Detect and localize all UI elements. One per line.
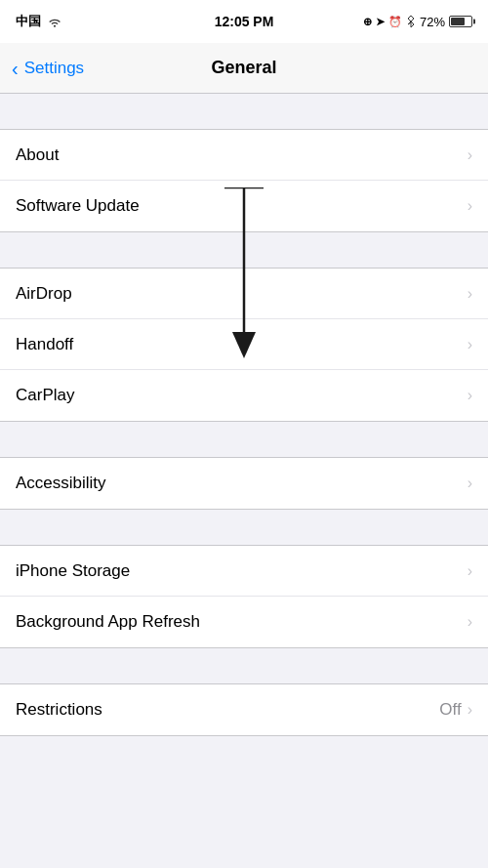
restrictions-row[interactable]: Restrictions Off ›: [0, 684, 488, 735]
back-button[interactable]: ‹ Settings: [12, 59, 84, 78]
background-refresh-label: Background App Refresh: [16, 612, 200, 632]
spacer-3: [0, 422, 488, 457]
handoff-right: ›: [468, 336, 472, 353]
carplay-chevron-icon: ›: [468, 387, 472, 404]
carplay-label: CarPlay: [16, 386, 74, 405]
status-bar: 中国 12:05 PM ⊕ ➤ ⏰ 72%: [0, 0, 488, 43]
settings-content: About › Software Update › AirDrop › Hand…: [0, 94, 488, 868]
software-update-right: ›: [468, 197, 472, 215]
background-refresh-chevron-icon: ›: [468, 613, 472, 631]
status-time: 12:05 PM: [215, 14, 274, 29]
accessibility-label: Accessibility: [16, 474, 106, 493]
software-update-row[interactable]: Software Update ›: [0, 181, 488, 231]
spacer-bottom: [0, 736, 488, 771]
spacer-5: [0, 648, 488, 683]
handoff-chevron-icon: ›: [468, 336, 472, 353]
spacer-2: [0, 232, 488, 268]
restrictions-value: Off: [439, 700, 461, 720]
section-connectivity: AirDrop › Handoff › CarPlay ›: [0, 268, 488, 422]
software-update-label: Software Update: [16, 196, 140, 216]
back-label: Settings: [24, 59, 84, 78]
airdrop-row[interactable]: AirDrop ›: [0, 269, 488, 319]
airdrop-label: AirDrop: [16, 284, 72, 304]
nav-bar: ‹ Settings General: [0, 43, 488, 94]
background-refresh-row[interactable]: Background App Refresh ›: [0, 597, 488, 647]
iphone-storage-label: iPhone Storage: [16, 561, 130, 581]
compass-icon: ➤: [376, 16, 385, 28]
about-row[interactable]: About ›: [0, 130, 488, 181]
iphone-storage-row[interactable]: iPhone Storage ›: [0, 546, 488, 597]
accessibility-chevron-icon: ›: [468, 475, 472, 492]
carrier-text: 中国: [16, 13, 41, 30]
handoff-row[interactable]: Handoff ›: [0, 319, 488, 370]
iphone-storage-right: ›: [468, 562, 472, 580]
restrictions-chevron-icon: ›: [468, 701, 472, 719]
section-accessibility: Accessibility ›: [0, 457, 488, 510]
background-refresh-right: ›: [468, 613, 472, 631]
bluetooth-icon: [406, 15, 416, 28]
section-about: About › Software Update ›: [0, 129, 488, 232]
about-label: About: [16, 145, 59, 165]
restrictions-label: Restrictions: [16, 700, 102, 720]
alarm-icon: ⏰: [388, 16, 402, 28]
carplay-row[interactable]: CarPlay ›: [0, 370, 488, 421]
iphone-storage-chevron-icon: ›: [468, 562, 472, 580]
wifi-icon: [47, 16, 62, 27]
status-left: 中国: [16, 13, 113, 30]
accessibility-right: ›: [468, 475, 472, 492]
carplay-right: ›: [468, 387, 472, 404]
spacer-4: [0, 510, 488, 545]
back-chevron-icon: ‹: [12, 59, 19, 78]
status-right: ⊕ ➤ ⏰ 72%: [363, 15, 472, 29]
airdrop-right: ›: [468, 285, 472, 303]
spacer-1: [0, 94, 488, 129]
battery-percentage: 72%: [420, 15, 445, 29]
section-storage: iPhone Storage › Background App Refresh …: [0, 545, 488, 648]
battery-icon: [449, 16, 472, 27]
section-restrictions: Restrictions Off ›: [0, 683, 488, 736]
page-title: General: [211, 58, 276, 78]
about-right: ›: [468, 146, 472, 164]
airdrop-chevron-icon: ›: [468, 285, 472, 303]
restrictions-right: Off ›: [439, 700, 472, 720]
software-update-chevron-icon: ›: [468, 197, 472, 215]
accessibility-row[interactable]: Accessibility ›: [0, 458, 488, 509]
handoff-label: Handoff: [16, 335, 73, 354]
about-chevron-icon: ›: [468, 146, 472, 164]
location-icon: ⊕: [363, 16, 372, 28]
